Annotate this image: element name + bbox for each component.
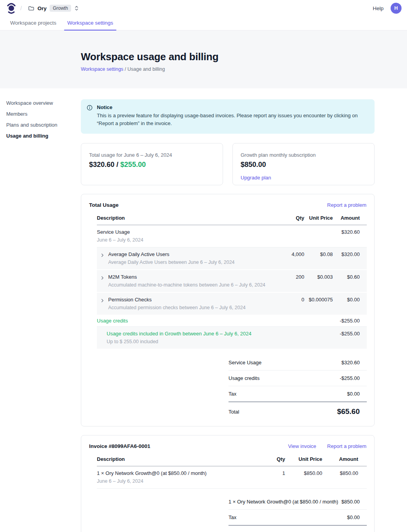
row-subtitle: Accumulated machine-to-machine tokens be… bbox=[108, 282, 265, 288]
row-subtitle: Accumulated permission checks between Ju… bbox=[108, 305, 246, 311]
table-row: M2M Tokens Accumulated machine-to-machin… bbox=[97, 270, 367, 293]
usage-table: Description Qty Unit Price Amount Servic… bbox=[97, 215, 367, 349]
row-description: Service Usage June 6 – July 6, 2024 bbox=[97, 229, 269, 243]
row-title: Permission Checks bbox=[108, 296, 246, 303]
row-subtitle: Up to $ 255.00 included bbox=[107, 339, 252, 345]
subscription-card: Growth plan monthly subscription $850.00… bbox=[232, 143, 375, 185]
row-qty: 200 bbox=[269, 274, 304, 280]
chevron-right-icon[interactable] bbox=[100, 298, 105, 311]
breadcrumb: Workspace settings / Usage and billing bbox=[81, 66, 407, 72]
usage-report-problem-link[interactable]: Report a problem bbox=[327, 202, 366, 208]
ory-logo-icon[interactable] bbox=[6, 2, 16, 14]
plan-badge: Growth bbox=[50, 5, 71, 12]
invoice-table-header: Description Qty Unit Price Amount bbox=[97, 456, 367, 466]
row-unit-price: $850.00 bbox=[285, 470, 322, 476]
summary-value: $320.60 bbox=[341, 360, 367, 365]
row-unit-price: $0.08 bbox=[304, 251, 333, 258]
invoice-summary: 1 × Ory Network Growth@0 (at $850.00 / m… bbox=[228, 494, 367, 532]
row-description: 1 × Ory Network Growth@0 (at $850.00 / m… bbox=[97, 470, 254, 484]
row-title: Usage credits included in Growth between… bbox=[107, 330, 252, 337]
selector-chevrons-icon bbox=[74, 5, 79, 11]
row-title: Service Usage bbox=[97, 229, 143, 235]
row-qty: 4,000 bbox=[269, 251, 304, 258]
page-title: Workspace usage and billing bbox=[81, 51, 407, 63]
row-description: Average Daily Active Users Average Daily… bbox=[97, 251, 269, 265]
topbar-separator: / bbox=[20, 5, 22, 11]
summary-value: $0.00 bbox=[347, 514, 367, 520]
invoice-report-problem-link[interactable]: Report a problem bbox=[327, 443, 366, 449]
col-unit-price: Unit Price bbox=[304, 215, 333, 221]
workspace-tabs: Workspace projects Workspace settings bbox=[0, 16, 407, 30]
row-description: M2M Tokens Accumulated machine-to-machin… bbox=[97, 274, 269, 288]
col-amount: Amount bbox=[333, 215, 367, 221]
col-description: Description bbox=[97, 456, 254, 462]
row-amount: $850.00 bbox=[322, 470, 367, 476]
tab-workspace-settings[interactable]: Workspace settings bbox=[64, 16, 116, 30]
table-row: Permission Checks Accumulated permission… bbox=[97, 293, 367, 315]
summary-row: Tax $0.00 bbox=[228, 509, 367, 525]
row-amount: $0.00 bbox=[333, 296, 367, 303]
row-amount: $320.00 bbox=[333, 251, 367, 258]
invoice-table: Description Qty Unit Price Amount 1 × Or… bbox=[97, 456, 367, 489]
col-qty: Qty bbox=[254, 456, 285, 462]
row-title: Usage credits bbox=[97, 317, 128, 324]
invoice-panel: Invoice #8099AFA6-0001 View invoice Repo… bbox=[81, 435, 375, 532]
total-value: $65.60 bbox=[337, 407, 367, 416]
notice-banner: Notice This is a preview feature for dis… bbox=[81, 99, 375, 134]
summary-row: Usage credits -$255.00 bbox=[228, 370, 367, 386]
total-label: Total bbox=[228, 409, 239, 415]
row-subtitle: June 6 – July 6, 2024 bbox=[97, 237, 143, 243]
table-row: 1 × Ory Network Growth@0 (at $850.00 / m… bbox=[97, 466, 367, 489]
view-invoice-link[interactable]: View invoice bbox=[288, 443, 316, 449]
invoice-panel-title: Invoice #8099AFA6-0001 bbox=[89, 443, 150, 449]
row-amount: $0.60 bbox=[333, 274, 367, 280]
usage-panel-title: Total Usage bbox=[89, 202, 119, 208]
help-link[interactable]: Help bbox=[373, 5, 384, 11]
notice-title: Notice bbox=[97, 104, 365, 110]
row-amount: $320.60 bbox=[333, 229, 367, 235]
summary-value: -$255.00 bbox=[340, 375, 367, 381]
row-qty: 1 bbox=[254, 470, 285, 476]
row-title: 1 × Ory Network Growth@0 (at $850.00 / m… bbox=[97, 470, 207, 476]
sidebar-item-usage-and-billing[interactable]: Usage and billing bbox=[6, 133, 75, 139]
table-row: Service Usage June 6 – July 6, 2024 $320… bbox=[97, 225, 367, 247]
summary-value: $850.00 bbox=[341, 499, 367, 505]
folder-icon bbox=[28, 5, 34, 11]
total-usage-card: Total usage for June 6 – July 6, 2024 $3… bbox=[81, 143, 223, 185]
summary-total-row: Total $65.60 bbox=[228, 401, 367, 417]
topbar-left: / Ory Growth bbox=[6, 2, 81, 14]
content: Notice This is a preview feature for dis… bbox=[81, 99, 375, 532]
chevron-right-icon[interactable] bbox=[100, 276, 105, 288]
row-description: Usage credits bbox=[97, 317, 269, 324]
total-usage-amount: $320.60 / $255.00 bbox=[89, 161, 215, 169]
table-row: Usage credits included in Growth between… bbox=[97, 327, 367, 349]
topbar-right: Help H bbox=[373, 3, 402, 14]
upgrade-plan-link[interactable]: Upgrade plan bbox=[241, 175, 271, 181]
usage-amount-separator: / bbox=[114, 161, 120, 168]
summary-label: Usage credits bbox=[228, 375, 259, 381]
usage-amount-value: $320.60 bbox=[89, 161, 114, 168]
notice-text: Notice This is a preview feature for dis… bbox=[97, 104, 365, 127]
stat-cards: Total usage for June 6 – July 6, 2024 $3… bbox=[81, 143, 375, 185]
summary-row: Service Usage $320.60 bbox=[228, 355, 367, 370]
summary-row: Tax $0.00 bbox=[228, 386, 367, 401]
col-qty: Qty bbox=[269, 215, 304, 221]
sidebar-item-workspace-overview[interactable]: Workspace overview bbox=[6, 100, 75, 106]
total-usage-panel: Total Usage Report a problem Description… bbox=[81, 194, 375, 426]
chevron-right-icon[interactable] bbox=[100, 253, 105, 265]
sidebar-item-plans-and-subscription[interactable]: Plans and subscription bbox=[6, 122, 75, 128]
sidebar-item-members[interactable]: Members bbox=[6, 111, 75, 117]
breadcrumb-link-workspace-settings[interactable]: Workspace settings bbox=[81, 66, 123, 72]
tab-workspace-projects[interactable]: Workspace projects bbox=[7, 16, 59, 30]
avatar[interactable]: H bbox=[391, 3, 402, 14]
summary-value: $0.00 bbox=[347, 391, 367, 397]
row-subtitle: Average Daily Active Users between June … bbox=[108, 259, 235, 265]
usage-table-header: Description Qty Unit Price Amount bbox=[97, 215, 367, 225]
row-description: Usage credits included in Growth between… bbox=[97, 330, 269, 345]
summary-row: 1 × Ory Network Growth@0 (at $850.00 / m… bbox=[228, 494, 367, 509]
workspace-switcher[interactable]: Ory Growth bbox=[26, 3, 81, 13]
col-description: Description bbox=[97, 215, 269, 221]
summary-label: Tax bbox=[228, 391, 236, 397]
row-unit-price: $0.003 bbox=[304, 274, 333, 280]
row-amount: -$255.00 bbox=[333, 330, 367, 337]
